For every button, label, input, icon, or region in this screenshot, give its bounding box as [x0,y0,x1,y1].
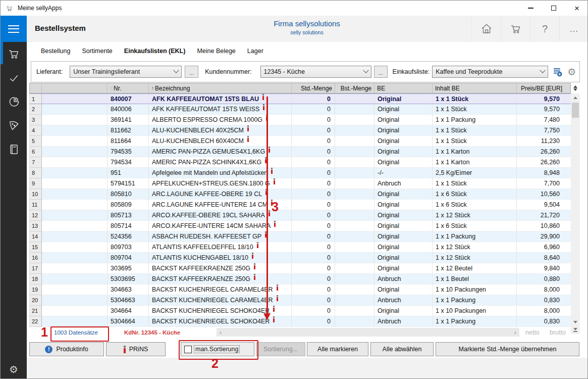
article-info-icon[interactable] [269,210,270,216]
scroll-to-end-button[interactable] [571,326,580,334]
table-row[interactable]: 7 794534 AMERIC PAN-PIZZA SCHINK4X1,6KG … [29,157,571,168]
col-bst-menge[interactable]: Bst.-Menge [335,83,375,93]
article-info-icon[interactable] [254,263,255,269]
article-info-icon[interactable] [273,306,275,312]
more-button[interactable]: … [559,16,588,42]
article-info-icon[interactable] [277,285,278,291]
lieferant-select[interactable]: Unser Trainingslieferant [70,66,182,78]
einkaufsliste-select[interactable]: Kaffee und Teeprodukte [432,66,548,78]
article-info-icon[interactable] [247,136,249,142]
hamburger-menu-button[interactable] [1,16,27,42]
col-preis[interactable]: Preis/BE [EUR] [517,83,571,93]
sidebar-item-checkmark[interactable] [1,69,27,86]
prins-button[interactable]: PRiNS [106,342,166,356]
cell-be: -/- [375,168,433,178]
tab-meine-belege[interactable]: Meine Belege [197,48,235,55]
article-info-icon[interactable] [254,274,255,280]
uebernehmen-button[interactable]: Markierte Std.-Menge übernehmen [436,342,579,356]
home-button[interactable] [471,16,501,42]
new-list-icon[interactable] [552,67,563,77]
table-row[interactable]: 17 303695 BACKST KAFFEEKRAENZE 250G 0 Or… [29,263,571,274]
col-bezeichnung[interactable]: ↑Bezeichnung [149,83,292,93]
table-row[interactable]: 11 805809 ARC.LAGUNE KAFFEE-UNTERE 14 CM… [29,200,571,210]
cell-inhalt-be: 1 x 1 Stück [433,136,517,147]
cart-button[interactable] [501,16,530,42]
produktinfo-button[interactable]: ! Produktinfo [29,342,104,356]
scrollbar-thumb[interactable] [572,103,579,118]
col-nr[interactable]: ↑Nr. [108,83,149,93]
close-button[interactable]: × [565,1,588,16]
sort-both-icon[interactable] [571,83,580,93]
table-row[interactable]: 14 524356 ASBACH RUEDESH. KAFFEESET GP 0… [29,231,571,242]
horizontal-scrollbar[interactable]: ‹ › [217,328,519,337]
cell-marker [42,189,108,200]
col-inhalt-be[interactable]: Inhalt BE [433,83,517,93]
maximize-button[interactable] [542,1,565,16]
col-std-menge[interactable]: Std.-Menge [292,83,335,93]
cell-bst-menge [335,253,375,263]
table-row[interactable]: 16 809704 ATLANTIS KUCHENGABEL 18/10 0 O… [29,253,571,263]
article-info-icon[interactable] [273,316,275,322]
tab-bestellung[interactable]: Bestellung [41,48,70,55]
sidebar-item-products[interactable] [1,117,27,134]
kundennummer-select[interactable]: 12345 - Küche [260,66,371,78]
scroll-up-button[interactable] [571,93,580,102]
scroll-left-icon[interactable]: ‹ [220,329,222,336]
sidebar-item-cart[interactable] [1,45,27,62]
minimize-button[interactable] [519,1,542,16]
article-info-icon[interactable] [262,94,264,100]
table-row[interactable]: 12 805713 ARCO.KAFFEE-OBERE 19CL SAHARA … [29,210,571,221]
article-info-icon[interactable] [263,104,264,110]
vertical-scrollbar[interactable] [571,83,580,334]
article-info-icon[interactable] [257,242,258,248]
scroll-down-button[interactable] [571,318,580,326]
cell-preis: 9,840 [517,263,571,274]
sortierung-button[interactable]: Sortierung... [256,342,305,356]
col-be[interactable]: BE [375,83,433,93]
table-row[interactable]: 13 805714 ARCO.KAFFEE-UNTERE 14CM SAHARA… [29,221,571,231]
scroll-right-icon[interactable]: › [514,329,516,336]
article-info-icon[interactable] [271,168,273,174]
tab-einkaufslisten[interactable]: Einkaufslisten (EKL) [124,48,186,55]
table-row[interactable]: 9 5794151 APFELKUCHEN+STREUS.GESN.1800 G… [29,178,571,189]
table-row[interactable]: 18 5303695 BACKST KAFFEEKRAENZE 250G 0 A… [29,274,571,285]
table-row[interactable]: 15 809703 ATLANTIS KAFFEELOEFFEL 18/10 0… [29,242,571,253]
cell-bst-menge [335,115,375,125]
help-button[interactable]: ? [530,16,559,42]
table-row[interactable]: 5 811664 ALU-KUCHENBLECH 60X40CM 0 Origi… [29,136,571,147]
article-info-icon[interactable] [274,178,275,184]
list-settings-gear-icon[interactable]: ⚙ [567,66,576,78]
table-row[interactable]: 22 5304664 BACKST KUCHENRIEGEL SCHOKO4ER… [29,316,571,327]
sidebar-item-statistics[interactable] [1,93,27,110]
tab-lager[interactable]: Lager [247,48,263,55]
table-row[interactable]: 19 304663 BACKST KUCHENRIEGEL CARAMEL4ER… [29,285,571,295]
table-row[interactable]: 3 369141 ALBERTO ESPRESSO CREMA 1000G 0 … [29,115,571,125]
alle-abwaehlen-button[interactable]: Alle abwählen [370,342,434,356]
netto-toggle[interactable]: netto [525,329,540,336]
article-info-icon[interactable] [277,295,278,301]
article-info-icon[interactable] [247,125,249,131]
settings-gear-icon[interactable]: ⚙ [1,363,27,375]
kundennummer-browse-button[interactable]: ... [374,66,388,78]
article-info-icon[interactable] [269,147,270,153]
annotation-arrow-head [263,313,271,320]
table-row[interactable]: 2 840006 AFK KAFFEEAUTOMAT 15TS WEISS 0 … [29,104,571,115]
tab-sortimente[interactable]: Sortimente [82,48,112,55]
cell-be: Original [375,104,433,115]
cell-std-menge: 0 [292,306,335,316]
brutto-toggle[interactable]: brutto [550,329,566,336]
article-info-icon[interactable] [252,253,253,259]
table-row[interactable]: 10 805810 ARC.LAGUNE KAFFEE-OBERE 19 CL … [29,189,571,200]
table-row[interactable]: 1 840007 AFK KAFFEEAUTOMAT 15TS BLAU 0 O… [29,93,571,104]
cell-preis: 7,480 [517,115,571,125]
cell-bezeichnung: Apfelgelee mit Mandeln und Apfelstücken [149,168,292,178]
table-row[interactable]: 20 5304663 BACKST KUCHENRIEGEL CARAMEL4E… [29,295,571,306]
table-row[interactable]: 6 794535 AMERIC PAN-PIZZA GEMUES4X1,6KG … [29,147,571,157]
table-row[interactable]: 4 811662 ALU-KUCHENBLECH 40X25CM 0 Origi… [29,125,571,136]
sidebar-item-catalog[interactable] [1,140,27,158]
alle-markieren-button[interactable]: Alle markieren [307,342,368,356]
lieferant-browse-button[interactable]: ... [185,66,198,78]
table-row[interactable]: 21 304664 BACKST KUCHENRIEGEL SCHOKO4ER … [29,306,571,316]
article-info-icon[interactable] [274,221,276,227]
table-row[interactable]: 8 951 Apfelgelee mit Mandeln und Apfelst… [29,168,571,178]
